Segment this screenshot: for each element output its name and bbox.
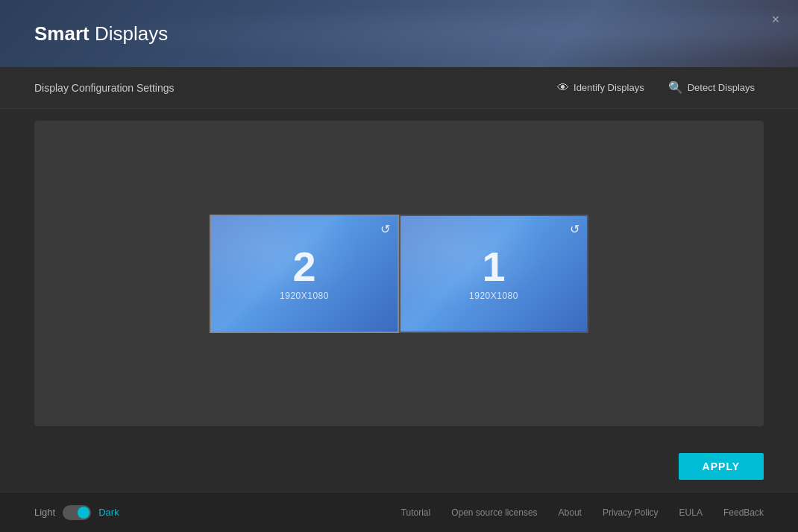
identify-displays-label: Identify Displays — [574, 82, 644, 93]
display-canvas: ↺ 2 1920X1080 ↺ 1 1920X1080 — [34, 121, 764, 426]
config-bar: Display Configuration Settings 👁 Identif… — [0, 67, 798, 109]
monitor-number-2: 2 — [292, 246, 315, 288]
footer-link-about[interactable]: About — [559, 507, 582, 518]
toggle-thumb — [78, 507, 89, 519]
theme-toggle[interactable] — [63, 505, 91, 520]
monitor-resolution-2: 1920X1080 — [280, 291, 329, 301]
theme-dark-label: Dark — [98, 507, 119, 518]
detect-displays-label: Detect Displays — [688, 82, 755, 93]
monitor-card-1[interactable]: ↺ 1 1920X1080 — [399, 215, 588, 333]
identify-displays-button[interactable]: 👁 Identify Displays — [548, 77, 653, 99]
header-banner: × Smart Displays — [0, 0, 798, 67]
footer-link-privacy[interactable]: Privacy Policy — [603, 507, 659, 518]
monitor-number-1: 1 — [482, 246, 505, 288]
monitor-screen-1: ↺ 1 1920X1080 — [400, 216, 587, 332]
footer-links: Tutorial Open source licenses About Priv… — [401, 507, 764, 518]
config-title: Display Configuration Settings — [34, 82, 175, 94]
footer-link-opensource[interactable]: Open source licenses — [451, 507, 537, 518]
eye-icon: 👁 — [557, 81, 569, 95]
footer: Light Dark Tutorial Open source licenses… — [0, 492, 798, 532]
close-button[interactable]: × — [765, 9, 786, 30]
monitor-card-2[interactable]: ↺ 2 1920X1080 — [210, 215, 399, 333]
footer-link-feedback[interactable]: FeedBack — [723, 507, 764, 518]
monitor-resolution-1: 1920X1080 — [469, 291, 518, 301]
detect-displays-button[interactable]: 🔍 Detect Displays — [659, 76, 764, 99]
displays-container: ↺ 2 1920X1080 ↺ 1 1920X1080 — [210, 215, 588, 333]
app-title: Smart Displays — [34, 22, 168, 45]
rotate-icon-2: ↺ — [380, 222, 390, 236]
rotate-icon-1: ↺ — [570, 222, 579, 236]
theme-light-label: Light — [34, 507, 55, 518]
footer-link-tutorial[interactable]: Tutorial — [401, 507, 431, 518]
footer-left: Light Dark — [34, 505, 119, 520]
config-actions: 👁 Identify Displays 🔍 Detect Displays — [548, 76, 764, 99]
monitor-screen-2: ↺ 2 1920X1080 — [211, 216, 398, 332]
apply-button[interactable]: APPLY — [679, 453, 764, 480]
footer-link-eula[interactable]: EULA — [679, 507, 703, 518]
search-icon: 🔍 — [668, 80, 683, 95]
apply-area: APPLY — [679, 453, 764, 480]
